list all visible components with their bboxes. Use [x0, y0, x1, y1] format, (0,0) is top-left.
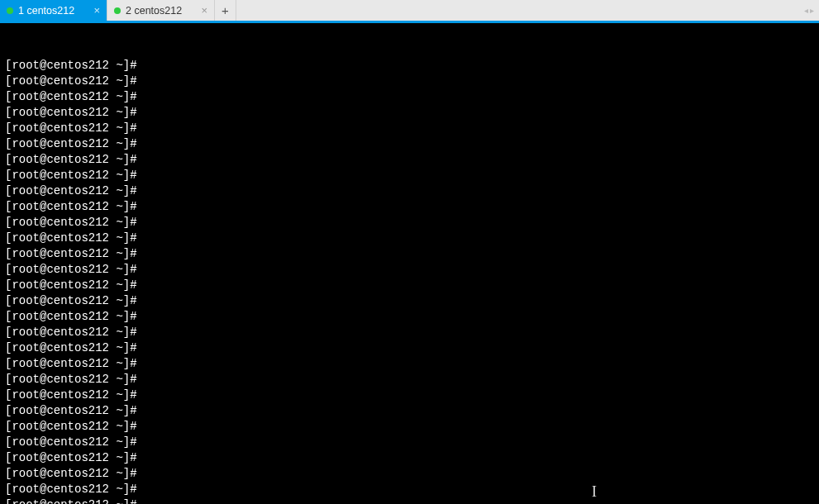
terminal-line: [root@centos212 ~]# — [5, 246, 814, 262]
tab-bar: 1 centos212 × 2 centos212 × + ◂ ▸ — [0, 0, 819, 21]
terminal-line: [root@centos212 ~]# — [5, 58, 814, 74]
terminal-line: [root@centos212 ~]# — [5, 435, 814, 450]
terminal-line: [root@centos212 ~]# — [5, 74, 814, 89]
terminal-pane[interactable]: [root@centos212 ~]#[root@centos212 ~]#[r… — [0, 23, 819, 504]
terminal-line: [root@centos212 ~]# — [5, 372, 814, 388]
new-tab-button[interactable]: + — [215, 0, 236, 21]
terminal-line: [root@centos212 ~]# — [5, 199, 814, 215]
tab-label: 1 centos212 — [18, 5, 74, 17]
terminal-line: [root@centos212 ~]# — [5, 388, 814, 403]
terminal-line: [root@centos212 ~]# — [5, 215, 814, 231]
terminal-line: [root@centos212 ~]# — [5, 482, 814, 497]
close-icon[interactable]: × — [92, 5, 102, 16]
terminal-line: [root@centos212 ~]# — [5, 136, 814, 152]
terminal-line: [root@centos212 ~]# — [5, 121, 814, 136]
terminal-line: [root@centos212 ~]# — [5, 168, 814, 183]
tab-1[interactable]: 1 centos212 × — [0, 0, 107, 21]
terminal-line: [root@centos212 ~]# — [5, 262, 814, 278]
terminal-line: [root@centos212 ~]# — [5, 356, 814, 372]
terminal-line: [root@centos212 ~]# — [5, 152, 814, 168]
terminal-line: [root@centos212 ~]# — [5, 497, 814, 504]
nav-left-icon[interactable]: ◂ — [804, 6, 808, 15]
terminal-line: [root@centos212 ~]# — [5, 419, 814, 435]
terminal-line: [root@centos212 ~]# — [5, 278, 814, 293]
tab-nav-arrows: ◂ ▸ — [804, 0, 819, 21]
terminal-line: [root@centos212 ~]# — [5, 183, 814, 199]
terminal-line: [root@centos212 ~]# — [5, 450, 814, 466]
tab-label: 2 centos212 — [126, 5, 182, 17]
terminal-line: [root@centos212 ~]# — [5, 105, 814, 121]
tab-2[interactable]: 2 centos212 × — [107, 0, 215, 21]
terminal-line: [root@centos212 ~]# — [5, 293, 814, 309]
terminal-line: [root@centos212 ~]# — [5, 89, 814, 105]
plus-icon: + — [221, 3, 229, 17]
terminal-line: [root@centos212 ~]# — [5, 309, 814, 325]
terminal-line: [root@centos212 ~]# — [5, 231, 814, 246]
connection-status-icon — [7, 7, 13, 14]
terminal-line: [root@centos212 ~]# — [5, 340, 814, 356]
nav-right-icon[interactable]: ▸ — [810, 6, 814, 15]
terminal-line: [root@centos212 ~]# — [5, 325, 814, 340]
terminal-line: [root@centos212 ~]# — [5, 403, 814, 419]
terminal-output: [root@centos212 ~]#[root@centos212 ~]#[r… — [5, 58, 814, 504]
close-icon[interactable]: × — [199, 5, 209, 16]
terminal-line: [root@centos212 ~]# — [5, 466, 814, 482]
connection-status-icon — [114, 7, 121, 14]
